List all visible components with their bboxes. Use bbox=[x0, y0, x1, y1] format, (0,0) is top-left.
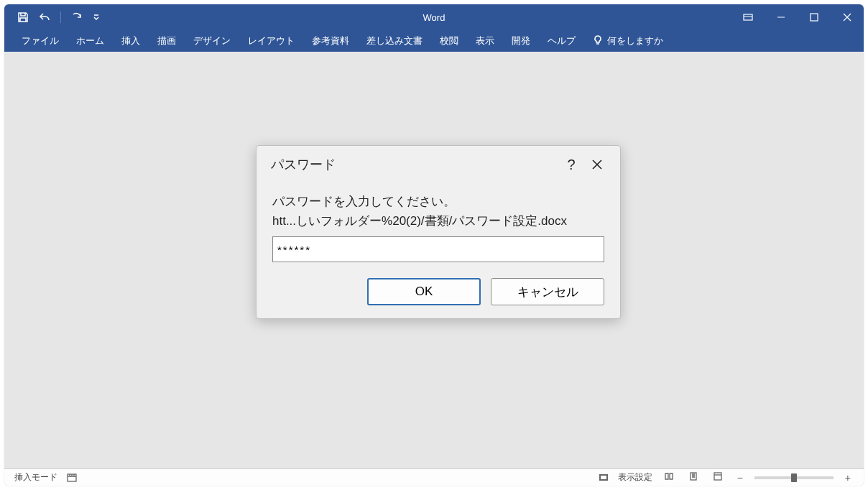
svg-rect-6 bbox=[714, 473, 721, 480]
display-settings-icon[interactable] bbox=[598, 472, 609, 484]
undo-icon[interactable] bbox=[39, 11, 50, 23]
cancel-button[interactable]: キャンセル bbox=[491, 278, 604, 305]
tell-me-label: 何をしますか bbox=[607, 35, 663, 47]
quick-access-toolbar bbox=[4, 11, 100, 23]
titlebar: Word bbox=[4, 4, 864, 30]
status-bar: 挿入モード 表示設定 − + bbox=[4, 468, 864, 486]
dialog-body: パスワードを入力してください。 htt...しいフォルダー%20(2)/書類/パ… bbox=[257, 179, 620, 262]
tab-draw[interactable]: 描画 bbox=[149, 30, 185, 52]
macro-recording-icon[interactable] bbox=[66, 472, 78, 484]
ribbon-display-options-icon[interactable] bbox=[731, 4, 765, 30]
zoom-slider[interactable] bbox=[754, 476, 834, 479]
read-mode-icon[interactable] bbox=[661, 471, 677, 484]
zoom-in-button[interactable]: + bbox=[842, 472, 854, 484]
ribbon-tabs: ファイル ホーム 挿入 描画 デザイン レイアウト 参考資料 差し込み文書 校閲… bbox=[4, 30, 864, 52]
maximize-button[interactable] bbox=[798, 4, 831, 30]
tab-developer[interactable]: 開発 bbox=[503, 30, 539, 52]
tab-view[interactable]: 表示 bbox=[467, 30, 503, 52]
tell-me[interactable]: 何をしますか bbox=[584, 35, 672, 47]
redo-icon[interactable] bbox=[71, 11, 83, 23]
ok-button[interactable]: OK bbox=[367, 278, 481, 305]
tab-design[interactable]: デザイン bbox=[185, 30, 239, 52]
tab-mailings[interactable]: 差し込み文書 bbox=[358, 30, 431, 52]
qat-separator bbox=[60, 11, 61, 23]
tab-references[interactable]: 参考資料 bbox=[303, 30, 358, 52]
svg-rect-4 bbox=[601, 476, 606, 479]
qat-customize-icon[interactable] bbox=[93, 11, 100, 23]
close-icon[interactable] bbox=[584, 154, 610, 175]
insert-mode-label[interactable]: 挿入モード bbox=[14, 471, 57, 484]
password-input[interactable] bbox=[272, 236, 604, 262]
dialog-prompt: パスワードを入力してください。 bbox=[272, 192, 604, 211]
zoom-out-button[interactable]: − bbox=[734, 472, 746, 484]
tab-review[interactable]: 校閲 bbox=[431, 30, 467, 52]
tab-help[interactable]: ヘルプ bbox=[539, 30, 584, 52]
app-window: Word ファイル ホーム 挿入 描画 デザイン レイアウト 参考資料 差し込み… bbox=[4, 4, 864, 486]
document-area: パスワード ? パスワードを入力してください。 htt...しいフォルダー%20… bbox=[4, 52, 864, 468]
password-dialog: パスワード ? パスワードを入力してください。 htt...しいフォルダー%20… bbox=[256, 145, 621, 319]
tab-file[interactable]: ファイル bbox=[13, 30, 68, 52]
save-icon[interactable] bbox=[17, 11, 29, 23]
dialog-filepath: htt...しいフォルダー%20(2)/書類/パスワード設定.docx bbox=[272, 211, 604, 231]
svg-rect-0 bbox=[744, 14, 752, 20]
help-icon[interactable]: ? bbox=[558, 154, 584, 175]
display-settings-label[interactable]: 表示設定 bbox=[618, 471, 652, 484]
tab-home[interactable]: ホーム bbox=[68, 30, 113, 52]
print-layout-icon[interactable] bbox=[685, 471, 701, 484]
dialog-buttons: OK キャンセル bbox=[257, 262, 620, 305]
svg-rect-1 bbox=[811, 14, 818, 21]
minimize-button[interactable] bbox=[765, 4, 798, 30]
close-button[interactable] bbox=[831, 4, 864, 30]
tab-layout[interactable]: レイアウト bbox=[239, 30, 303, 52]
dialog-title: パスワード bbox=[271, 156, 336, 173]
window-controls bbox=[731, 4, 864, 30]
dialog-titlebar: パスワード ? bbox=[257, 146, 620, 179]
web-layout-icon[interactable] bbox=[710, 471, 726, 484]
tab-insert[interactable]: 挿入 bbox=[113, 30, 149, 52]
lightbulb-icon bbox=[593, 35, 603, 47]
